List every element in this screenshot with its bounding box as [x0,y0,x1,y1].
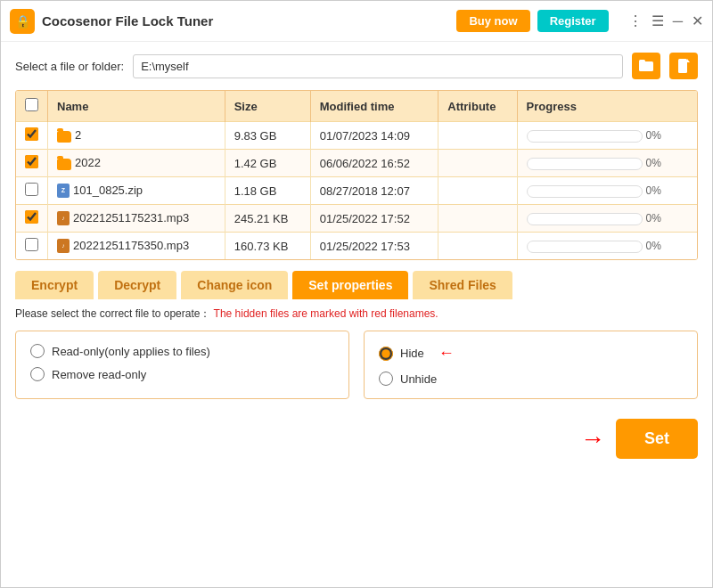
file-name: 2022 [75,156,101,169]
table-row: 20221.42 GB06/06/2022 16:520% [16,150,697,177]
mp3-icon: ♪ [57,211,70,225]
file-name: 20221251175231.mp3 [73,211,189,225]
folder-open-icon [639,60,653,72]
app-icon: 🔒 [10,9,35,34]
unhide-option-row: Unhide [379,372,683,386]
file-path-input[interactable] [133,54,623,78]
readonly-label: Read-only(only applies to files) [52,345,210,358]
svg-rect-1 [639,60,645,63]
minimize-icon[interactable]: ─ [673,14,683,29]
select-all-checkbox[interactable] [25,98,38,111]
file-attribute [438,150,517,177]
row-checkbox-4[interactable] [25,238,38,251]
col-name: Name [48,91,225,122]
table-header-row: Name Size Modified time Attribute Progre… [16,91,697,122]
file-modified: 01/07/2023 14:09 [310,122,438,150]
hide-label: Hide [400,347,424,360]
buy-now-button[interactable]: Buy now [456,10,529,32]
file-name: 20221251175350.mp3 [73,239,189,252]
file-size: 245.21 KB [225,205,310,233]
row-checkbox-2[interactable] [25,183,38,196]
file-name: 2 [75,128,81,142]
hide-arrow-indicator: ← [438,344,455,363]
file-icon [678,59,690,73]
col-progress: Progress [517,91,697,122]
file-modified: 08/27/2018 12:07 [310,177,438,205]
file-modified: 01/25/2022 17:53 [310,233,438,260]
col-checkbox [16,91,48,122]
col-size: Size [225,91,310,122]
set-arrow-indicator: → [580,425,605,453]
remove-readonly-radio[interactable] [30,367,45,381]
file-table: Name Size Modified time Attribute Progre… [16,91,697,259]
file-button[interactable] [669,53,698,79]
file-attribute [438,205,517,233]
file-selector-row: Select a file or folder: [1,42,712,90]
tab-content-area: Please select the correct file to operat… [1,299,712,408]
col-attribute: Attribute [438,91,517,122]
tab-set-properties[interactable]: Set properties [292,271,408,299]
properties-panels: Read-only(only applies to files) Remove … [15,331,698,399]
tabs-row: Encrypt Decrypt Change icon Set properti… [1,260,712,299]
instruction-red: The hidden files are marked with red fil… [214,307,438,320]
remove-readonly-label: Remove read-only [52,368,146,381]
row-checkbox-1[interactable] [25,155,38,168]
set-button-row: → Set [1,408,712,470]
header-buttons: Buy now Register ⋮ ☰ ─ ✕ [456,10,703,32]
table-body: 29.83 GB01/07/2023 14:090%20221.42 GB06/… [16,122,697,260]
title-bar: 🔒 Cocosenor File Lock Tuner Buy now Regi… [1,1,712,42]
table-row: Z101_0825.zip1.18 GB08/27/2018 12:070% [16,177,697,205]
zip-icon: Z [57,184,70,198]
file-size: 9.83 GB [225,122,310,150]
hide-radio[interactable] [379,347,393,361]
hide-panel: Hide ← Unhide [364,331,698,399]
file-progress: 0% [517,233,697,260]
svg-marker-3 [687,59,690,62]
file-progress: 0% [517,150,697,177]
table-row: 29.83 GB01/07/2023 14:090% [16,122,697,150]
remove-readonly-option-row: Remove read-only [30,367,334,381]
unhide-radio[interactable] [379,372,393,386]
instruction-static: Please select the correct file to operat… [15,307,210,320]
open-folder-button[interactable] [632,53,660,79]
row-checkbox-0[interactable] [25,127,38,141]
folder-icon [57,131,71,143]
close-icon[interactable]: ✕ [692,14,703,29]
tab-shred-files[interactable]: Shred Files [413,271,512,299]
tab-decrypt[interactable]: Decrypt [98,271,176,299]
mp3-icon: ♪ [57,239,70,253]
file-size: 160.73 KB [225,233,310,260]
file-attribute [438,177,517,205]
file-progress: 0% [517,122,697,150]
readonly-radio[interactable] [30,344,45,358]
hide-option-row: Hide ← [379,344,683,363]
file-attribute [438,122,517,150]
tab-change-icon[interactable]: Change icon [181,271,288,299]
file-name: 101_0825.zip [73,184,143,197]
file-progress: 0% [517,177,697,205]
file-size: 1.42 GB [225,150,310,177]
table-row: ♪20221251175231.mp3245.21 KB01/25/2022 1… [16,205,697,233]
file-size: 1.18 GB [225,177,310,205]
readonly-option-row: Read-only(only applies to files) [30,344,334,358]
file-modified: 01/25/2022 17:52 [310,205,438,233]
file-modified: 06/06/2022 16:52 [310,150,438,177]
app-title: Cocosenor File Lock Tuner [42,13,456,29]
file-selector-label: Select a file or folder: [15,60,124,73]
tab-encrypt[interactable]: Encrypt [15,271,94,299]
share-icon[interactable]: ⋮ [628,14,643,29]
readonly-panel: Read-only(only applies to files) Remove … [15,331,349,399]
unhide-label: Unhide [400,372,437,386]
col-modified: Modified time [310,91,438,122]
row-checkbox-3[interactable] [25,210,38,224]
svg-rect-2 [678,59,687,73]
file-progress: 0% [517,205,697,233]
table-row: ♪20221251175350.mp3160.73 KB01/25/2022 1… [16,233,697,260]
file-attribute [438,233,517,260]
register-button[interactable]: Register [537,10,609,32]
menu-icon[interactable]: ☰ [652,14,664,29]
window-controls: ⋮ ☰ ─ ✕ [628,14,703,29]
file-table-container: Name Size Modified time Attribute Progre… [15,90,698,260]
set-button[interactable]: Set [616,419,698,459]
folder-icon [57,159,71,170]
